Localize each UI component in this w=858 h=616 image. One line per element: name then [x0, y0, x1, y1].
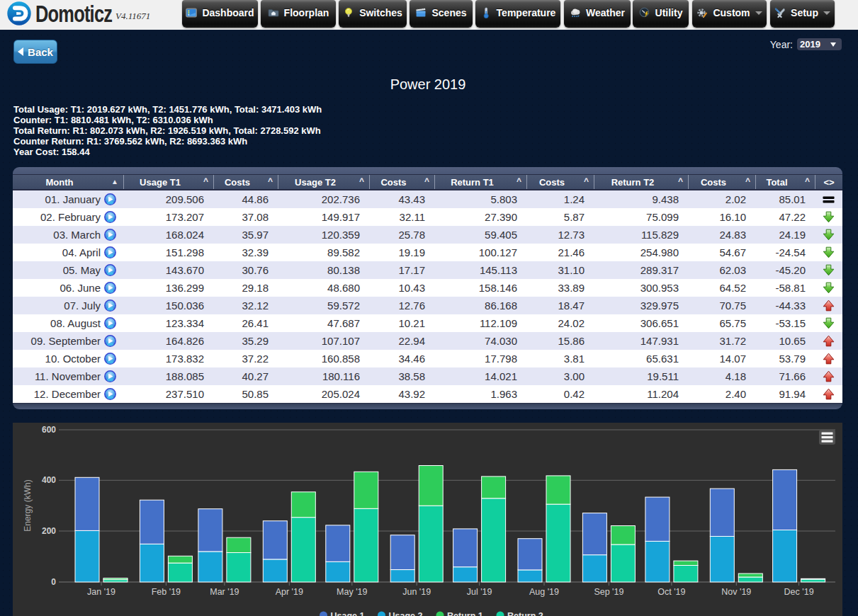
svg-text:Mar '19: Mar '19 [210, 587, 239, 597]
svg-text:Return 2: Return 2 [507, 611, 543, 616]
svg-text:Nov '19: Nov '19 [721, 587, 751, 597]
svg-text:Jun '19: Jun '19 [402, 587, 431, 597]
svg-text:May '19: May '19 [337, 587, 367, 597]
svg-text:Usage 1: Usage 1 [331, 611, 365, 616]
svg-text:Apr '19: Apr '19 [276, 587, 303, 597]
svg-text:Sep '19: Sep '19 [594, 587, 623, 597]
svg-text:Energy (kWh): Energy (kWh) [23, 479, 33, 531]
svg-text:Jul '19: Jul '19 [467, 587, 492, 597]
svg-text:Dec '19: Dec '19 [784, 587, 814, 597]
svg-text:Usage 2: Usage 2 [389, 611, 423, 616]
svg-text:Feb '19: Feb '19 [152, 587, 181, 597]
svg-text:600: 600 [42, 425, 56, 435]
svg-text:400: 400 [42, 475, 56, 485]
svg-text:Jan '19: Jan '19 [87, 587, 115, 597]
svg-text:Aug '19: Aug '19 [529, 587, 559, 597]
svg-text:Return 1: Return 1 [447, 611, 483, 616]
svg-text:200: 200 [42, 526, 56, 536]
svg-text:Oct '19: Oct '19 [657, 587, 685, 597]
svg-text:0: 0 [51, 577, 56, 587]
